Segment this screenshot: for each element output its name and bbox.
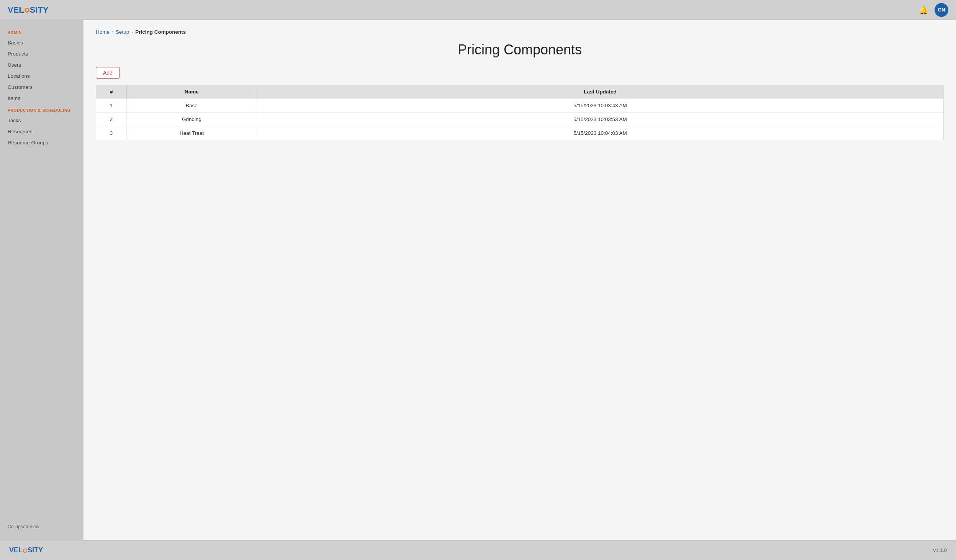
page-title: Pricing Components xyxy=(96,42,944,58)
cell-num[interactable]: 3 xyxy=(96,126,127,140)
logo-ring-icon xyxy=(25,8,29,13)
breadcrumb: Home › Setup › Pricing Components xyxy=(96,29,944,35)
sidebar-item-users[interactable]: Users xyxy=(0,59,83,70)
sidebar: ADMIN Basics Products Users Locations Cu… xyxy=(0,20,83,540)
logo-text-2: SITY xyxy=(30,5,49,15)
table-row: 2 Grinding 5/15/2023 10:03:53 AM xyxy=(96,113,944,126)
col-header-last-updated: Last Updated xyxy=(257,85,944,99)
production-section-label: PRODUCTION & SCHEDULING xyxy=(0,104,83,115)
admin-section-label: ADMIN xyxy=(0,26,83,37)
cell-name: Heat Treat xyxy=(127,126,257,140)
breadcrumb-sep-2: › xyxy=(131,29,133,35)
top-nav: VEL SITY 🔔 GN xyxy=(0,0,956,20)
sidebar-item-items[interactable]: Items xyxy=(0,93,83,104)
breadcrumb-sep-1: › xyxy=(112,29,113,35)
nav-right: 🔔 GN xyxy=(919,3,948,17)
sidebar-item-customers[interactable]: Customers xyxy=(0,82,83,93)
sidebar-item-tasks[interactable]: Tasks xyxy=(0,115,83,126)
footer-logo-ring xyxy=(23,549,27,553)
notifications-icon[interactable]: 🔔 xyxy=(919,5,928,15)
cell-last-updated: 5/15/2023 10:04:03 AM xyxy=(257,126,944,140)
content-inner: Home › Setup › Pricing Components Pricin… xyxy=(83,20,956,540)
collapsed-view-button[interactable]: Collapsed View xyxy=(0,519,83,534)
app-logo: VEL SITY xyxy=(8,5,49,15)
user-avatar[interactable]: GN xyxy=(935,3,948,17)
cell-last-updated: 5/15/2023 10:03:53 AM xyxy=(257,113,944,126)
breadcrumb-home[interactable]: Home xyxy=(96,29,110,35)
sidebar-item-basics[interactable]: Basics xyxy=(0,37,83,48)
footer: VELSITY v1.1.0 xyxy=(0,540,956,560)
cell-name: Base xyxy=(127,99,257,113)
sidebar-item-locations[interactable]: Locations xyxy=(0,70,83,82)
add-button[interactable]: Add xyxy=(96,67,120,79)
content-area: Home › Setup › Pricing Components Pricin… xyxy=(83,20,956,540)
breadcrumb-current: Pricing Components xyxy=(135,29,186,35)
sidebar-item-resource-groups[interactable]: Resource Groups xyxy=(0,137,83,148)
sidebar-item-products[interactable]: Products xyxy=(0,48,83,59)
version-label: v1.1.0 xyxy=(933,547,947,553)
col-header-num: # xyxy=(96,85,127,99)
main-layout: ADMIN Basics Products Users Locations Cu… xyxy=(0,20,956,540)
sidebar-item-resources[interactable]: Resources xyxy=(0,126,83,137)
cell-last-updated: 5/15/2023 10:03:43 AM xyxy=(257,99,944,113)
footer-logo: VELSITY xyxy=(9,546,43,554)
cell-num[interactable]: 1 xyxy=(96,99,127,113)
table-row: 1 Base 5/15/2023 10:03:43 AM xyxy=(96,99,944,113)
breadcrumb-setup[interactable]: Setup xyxy=(116,29,129,35)
logo-text: VEL xyxy=(8,5,24,15)
table-row: 3 Heat Treat 5/15/2023 10:04:03 AM xyxy=(96,126,944,140)
table-header-row: # Name Last Updated xyxy=(96,85,944,99)
cell-name: Grinding xyxy=(127,113,257,126)
cell-num[interactable]: 2 xyxy=(96,113,127,126)
col-header-name: Name xyxy=(127,85,257,99)
pricing-components-table: # Name Last Updated 1 Base 5/15/2023 10:… xyxy=(96,85,944,140)
